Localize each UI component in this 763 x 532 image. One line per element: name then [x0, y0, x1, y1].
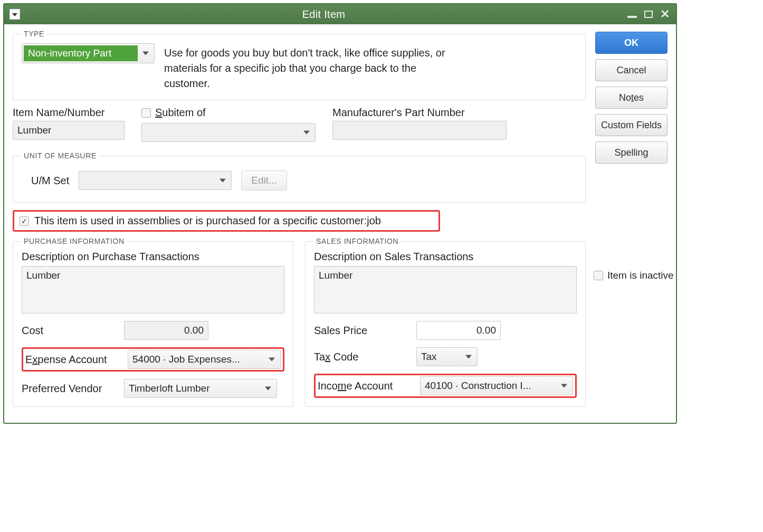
spelling-button[interactable]: Spelling [595, 141, 667, 164]
maximize-icon[interactable] [644, 11, 653, 18]
ok-button[interactable]: OK [595, 32, 667, 54]
type-dropdown[interactable]: Non-inventory Part [22, 43, 155, 63]
chevron-down-icon [142, 52, 149, 55]
expense-account-label: Expense Account [25, 354, 118, 366]
mpn-input[interactable] [332, 121, 507, 140]
cancel-button[interactable]: Cancel [595, 59, 667, 81]
purchase-legend: PURCHASE INFORMATION [22, 237, 127, 245]
cost-label: Cost [22, 325, 115, 337]
chevron-down-icon [220, 179, 226, 183]
window-title: Edit Item [20, 8, 627, 21]
mpn-label: Manufacturer's Part Number [332, 107, 507, 119]
purchase-info-group: PURCHASE INFORMATION Description on Purc… [13, 237, 293, 407]
window-menu-icon[interactable] [9, 9, 20, 20]
uom-edit-button[interactable]: Edit... [241, 170, 287, 191]
item-name-field: Item Name/Number Lumber [13, 107, 125, 142]
close-icon[interactable]: ✕ [660, 8, 670, 20]
assembly-label: This item is used in assemblies or is pu… [34, 215, 381, 227]
purchase-desc-input[interactable]: Lumber [22, 266, 284, 314]
item-name-label: Item Name/Number [13, 107, 125, 119]
type-legend: TYPE [22, 30, 46, 38]
sales-price-label: Sales Price [314, 325, 407, 337]
chevron-down-icon [265, 387, 271, 391]
subitem-label: Subitem of [155, 107, 206, 119]
chevron-down-icon [303, 131, 310, 135]
uom-group: UNIT OF MEASURE U/M Set Edit... [13, 151, 586, 203]
tax-code-label: Tax Code [314, 351, 407, 363]
sales-info-group: SALES INFORMATION Description on Sales T… [305, 237, 586, 407]
preferred-vendor-label: Preferred Vendor [22, 383, 115, 395]
subitem-dropdown[interactable] [141, 123, 316, 142]
minimize-icon[interactable] [627, 16, 637, 18]
chevron-down-icon [561, 384, 567, 388]
subitem-checkbox[interactable] [141, 108, 151, 118]
sales-desc-input[interactable]: Lumber [314, 266, 577, 314]
uom-set-label: U/M Set [31, 175, 69, 187]
income-account-dropdown[interactable]: 40100 · Construction I... [420, 376, 573, 395]
window-controls: ✕ [627, 8, 670, 20]
income-account-row: Income Account 40100 · Construction I... [314, 374, 577, 398]
chevron-down-icon [269, 358, 275, 362]
edit-item-window: Edit Item ✕ TYPE Non-inventory Part Use … [3, 3, 677, 424]
item-inactive-row: Item is inactive [594, 270, 674, 281]
chevron-down-icon [465, 355, 472, 359]
assembly-checkbox-row: ✓ This item is used in assemblies or is … [13, 210, 440, 232]
assembly-checkbox[interactable]: ✓ [20, 216, 29, 226]
notes-button[interactable]: Notes [595, 87, 667, 109]
type-description: Use for goods you buy but don't track, l… [164, 43, 460, 91]
custom-fields-button[interactable]: Custom Fields [595, 114, 667, 136]
item-inactive-label: Item is inactive [607, 270, 674, 281]
expense-account-dropdown[interactable]: 54000 · Job Expenses... [128, 350, 281, 369]
type-selected: Non-inventory Part [24, 45, 138, 61]
preferred-vendor-dropdown[interactable]: Timberloft Lumber [124, 379, 277, 398]
sales-price-input[interactable]: 0.00 [416, 321, 501, 340]
expense-account-row: Expense Account 54000 · Job Expenses... [22, 347, 284, 372]
purchase-desc-label: Description on Purchase Transactions [22, 251, 284, 263]
uom-legend: UNIT OF MEASURE [22, 151, 99, 160]
sales-legend: SALES INFORMATION [314, 237, 400, 245]
titlebar[interactable]: Edit Item ✕ [4, 4, 676, 24]
item-inactive-checkbox[interactable] [594, 271, 603, 280]
income-account-label: Income Account [318, 380, 411, 392]
type-group: TYPE Non-inventory Part Use for goods yo… [13, 30, 586, 100]
sales-desc-label: Description on Sales Transactions [314, 251, 577, 263]
cost-input[interactable]: 0.00 [124, 321, 208, 340]
item-name-input[interactable]: Lumber [13, 121, 125, 140]
mpn-field: Manufacturer's Part Number [332, 107, 507, 142]
tax-code-dropdown[interactable]: Tax [416, 347, 478, 366]
uom-set-dropdown[interactable] [79, 171, 232, 190]
subitem-field: Subitem of [141, 107, 316, 142]
